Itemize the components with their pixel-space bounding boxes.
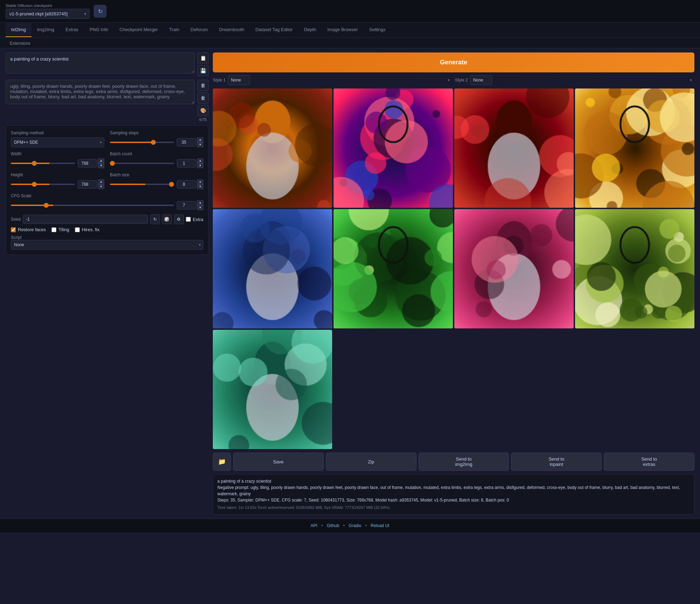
sub-tab-extensions[interactable]: Extensions: [6, 39, 35, 48]
palette-button[interactable]: 🎨: [197, 105, 209, 116]
open-folder-button[interactable]: 📁: [213, 453, 231, 471]
batch-size-down[interactable]: ▼: [197, 184, 203, 189]
cfg-scale-down[interactable]: ▼: [197, 205, 203, 210]
tiling-item[interactable]: Tiling: [51, 227, 69, 232]
checkpoint-select[interactable]: v1-5-pruned.ckpt [a9263745]: [6, 9, 90, 19]
refresh-button[interactable]: ↻: [94, 5, 106, 17]
batch-count-up[interactable]: ▲: [197, 158, 203, 163]
tab-settings[interactable]: Settings: [364, 23, 391, 37]
image-cell-1[interactable]: [213, 88, 332, 208]
send-img2img-button[interactable]: Send to img2img: [419, 453, 509, 471]
tab-extras[interactable]: Extras: [60, 23, 84, 37]
tab-checkpoint-merger[interactable]: Checkpoint Merger: [114, 23, 163, 37]
save-prompt-button[interactable]: 💾: [197, 65, 209, 76]
width-input[interactable]: [78, 159, 97, 168]
tab-depth[interactable]: Depth: [298, 23, 322, 37]
send-extras-button[interactable]: Send to extras: [604, 453, 694, 471]
script-label: Script: [11, 235, 203, 240]
footer-reload-link[interactable]: Reload UI: [371, 523, 389, 528]
negative-prompt-area: ugly, tiling, poorly drawn hands, poorly…: [6, 80, 195, 105]
height-label: Height: [11, 172, 104, 177]
style2-wrapper: None: [470, 75, 694, 85]
extra-label: Extra: [193, 217, 203, 222]
width-up[interactable]: ▲: [98, 158, 104, 163]
tab-image-browser[interactable]: Image Browser: [322, 23, 363, 37]
height-down[interactable]: ▼: [98, 184, 104, 189]
save-button[interactable]: Save: [233, 453, 324, 471]
script-select[interactable]: None: [11, 240, 203, 250]
footer-github-link[interactable]: Github: [327, 523, 339, 528]
cfg-scale-input-wrapper: ▲ ▼: [177, 200, 203, 210]
image-cell-6[interactable]: [334, 209, 453, 328]
hires-fix-item[interactable]: Hires. fix: [75, 227, 100, 232]
image-cell-5[interactable]: [213, 209, 332, 328]
batch-count-slider[interactable]: [110, 163, 174, 164]
tab-dataset-tag-editor[interactable]: Dataset Tag Editor: [250, 23, 299, 37]
batch-size-input[interactable]: [177, 180, 196, 189]
tab-deforum[interactable]: Deforum: [185, 23, 214, 37]
seed-reuse-button[interactable]: ♻: [174, 214, 184, 224]
seed-dice-button[interactable]: 🎲: [162, 214, 172, 224]
canvas-9: [213, 330, 332, 449]
delete-button[interactable]: 🗑: [197, 80, 209, 91]
cfg-scale-spinner: ▲ ▼: [197, 200, 203, 210]
tab-img2img[interactable]: img2img: [31, 23, 60, 37]
image-cell-8[interactable]: [575, 209, 694, 328]
hires-fix-checkbox[interactable]: [75, 227, 80, 232]
batch-count-input[interactable]: [177, 159, 196, 168]
height-up[interactable]: ▲: [98, 179, 104, 184]
generate-button[interactable]: Generate: [213, 52, 694, 72]
restore-faces-checkbox[interactable]: [11, 227, 16, 232]
tiling-label: Tiling: [58, 227, 69, 232]
image-cell-9[interactable]: [213, 330, 332, 449]
cfg-scale-label: CFG Scale: [11, 193, 203, 198]
sampling-method-label: Sampling method: [11, 130, 104, 135]
height-slider[interactable]: [11, 184, 75, 185]
cfg-scale-slider[interactable]: [11, 205, 174, 206]
tab-dreambooth[interactable]: Dreambooth: [214, 23, 250, 37]
sampling-steps-input[interactable]: [177, 138, 196, 147]
footer-api-link[interactable]: API: [311, 523, 317, 528]
action-buttons: 📁 Save Zip Send to img2img Send to inpai…: [213, 453, 694, 471]
extra-checkbox-item[interactable]: Extra: [186, 217, 203, 222]
image-cell-2[interactable]: [334, 88, 453, 208]
sampling-method-select[interactable]: DPM++ SDE: [11, 137, 104, 147]
extra-checkbox[interactable]: [186, 217, 191, 222]
cfg-scale-input[interactable]: [177, 201, 196, 209]
sampling-steps-slider-container: ▲ ▼: [110, 137, 203, 147]
batch-count-down[interactable]: ▼: [197, 163, 203, 168]
image-cell-3[interactable]: [454, 88, 574, 208]
cfg-scale-up[interactable]: ▲: [197, 200, 203, 205]
cfg-scale-slider-container: ▲ ▼: [11, 200, 203, 210]
tab-txt2img[interactable]: txt2img: [6, 23, 31, 37]
tiling-checkbox[interactable]: [51, 227, 56, 232]
batch-size-up[interactable]: ▲: [197, 179, 203, 184]
sampling-steps-slider[interactable]: [110, 142, 174, 143]
sampling-steps-down[interactable]: ▼: [197, 142, 203, 147]
seed-recycle-button[interactable]: ↻: [150, 214, 160, 224]
sampling-steps-spinner: ▲ ▼: [197, 137, 203, 147]
height-input[interactable]: [78, 180, 97, 189]
image-cell-4[interactable]: [575, 88, 694, 208]
footer-dot-1: •: [321, 523, 323, 528]
image-cell-7[interactable]: [454, 209, 574, 328]
trash-button[interactable]: 🗑: [197, 92, 209, 104]
tab-train[interactable]: Train: [163, 23, 185, 37]
script-row: Script None: [11, 235, 203, 250]
sampling-steps-up[interactable]: ▲: [197, 137, 203, 142]
width-down[interactable]: ▼: [98, 163, 104, 168]
positive-prompt-input[interactable]: a painting of a crazy scientist: [6, 52, 195, 73]
batch-size-slider[interactable]: [110, 184, 174, 185]
hires-fix-label: Hires. fix: [82, 227, 100, 232]
tab-png-info[interactable]: PNG Info: [84, 23, 114, 37]
width-slider[interactable]: [11, 163, 75, 164]
zip-button[interactable]: Zip: [326, 453, 416, 471]
style1-select[interactable]: None: [228, 75, 250, 85]
negative-prompt-input[interactable]: ugly, tiling, poorly drawn hands, poorly…: [6, 80, 195, 104]
send-inpaint-button[interactable]: Send to inpaint: [511, 453, 602, 471]
restore-faces-item[interactable]: Restore faces: [11, 227, 46, 232]
paste-button[interactable]: 📋: [197, 52, 209, 64]
footer-gradio-link[interactable]: Gradio: [349, 523, 361, 528]
seed-input[interactable]: [23, 215, 148, 224]
style2-select[interactable]: None: [470, 75, 492, 85]
